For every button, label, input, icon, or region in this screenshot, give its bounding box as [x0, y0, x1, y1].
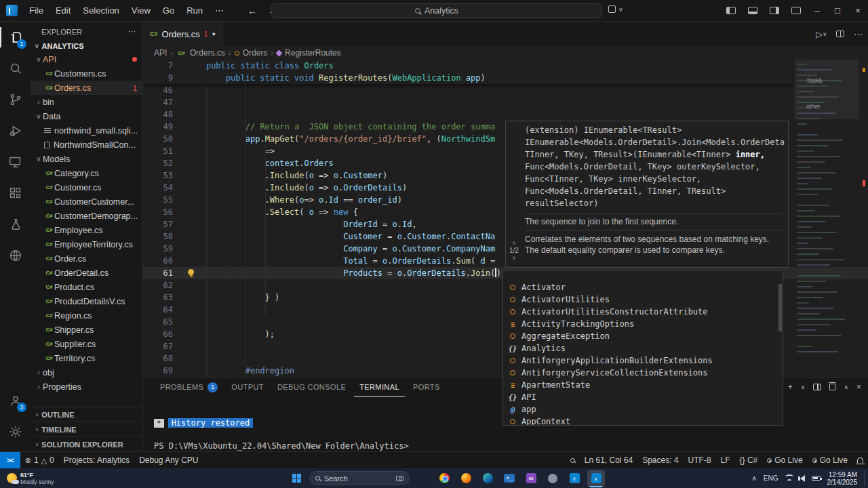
suggest-item-antiforgeryapplicationbuilderextensions[interactable]: AntiforgeryApplicationBuilderExtensions: [503, 354, 783, 367]
activitybar-extensions[interactable]: [0, 178, 31, 209]
taskbar-search[interactable]: Search: [309, 471, 410, 485]
explorer-item-productdetailsvcs[interactable]: C#ProductDetailsV.cs: [31, 294, 142, 308]
activitybar-remote-explorer[interactable]: [0, 146, 31, 178]
suggest-item-analytics[interactable]: {}Analytics: [503, 342, 783, 354]
code-line-7[interactable]: 7 public static class Orders: [143, 60, 793, 72]
explorer-item-properties[interactable]: ›Properties: [31, 380, 142, 394]
command-center-search[interactable]: Analytics: [271, 3, 602, 18]
notifications-bell[interactable]: [852, 452, 868, 468]
workspace-section-header[interactable]: ∨ ANALYTICS: [31, 40, 142, 52]
panel-tab-ports[interactable]: PORTS: [408, 378, 446, 396]
suggest-item-api[interactable]: {}API: [503, 391, 783, 403]
explorer-item-shippercs[interactable]: C#Shipper.cs: [31, 323, 142, 337]
lightbulb-icon[interactable]: [188, 269, 194, 275]
vscode-taskbar-icon[interactable]: [566, 470, 583, 487]
toggle-panel-icon[interactable]: [748, 7, 757, 14]
wifi-icon[interactable]: [785, 474, 793, 482]
explorer-item-employeecs[interactable]: C#Employee.cs: [31, 223, 142, 237]
battery-icon[interactable]: [812, 476, 821, 481]
toggle-primary-sidebar-icon[interactable]: [726, 7, 736, 14]
explorer-item-models[interactable]: ∨Models: [31, 152, 142, 166]
explorer-more-actions-icon[interactable]: ⋯: [128, 27, 136, 36]
split-editor-icon[interactable]: [836, 30, 844, 37]
panel-tab-terminal[interactable]: TERMINAL: [354, 378, 405, 396]
menu-selection[interactable]: Selection: [77, 3, 125, 18]
new-terminal-icon[interactable]: +: [788, 382, 793, 392]
minimap[interactable]: Task5other: [794, 60, 859, 377]
file-explorer-taskbar-icon[interactable]: [414, 470, 431, 487]
split-terminal-icon[interactable]: [813, 384, 821, 390]
customize-layout-icon[interactable]: [791, 7, 801, 14]
language-indicator[interactable]: ENG: [764, 474, 778, 482]
visual-studio-taskbar-icon[interactable]: [522, 470, 540, 487]
code-line-9[interactable]: 9 public static void RegisterRoutes(WebA…: [143, 72, 793, 84]
chrome-taskbar-icon[interactable]: [435, 470, 453, 487]
editor-more-actions-icon[interactable]: ⋯: [854, 29, 863, 39]
activitybar-run-debug[interactable]: [0, 115, 31, 146]
profile-switcher[interactable]: ∨: [608, 5, 623, 13]
code-line-48[interactable]: 48: [143, 108, 868, 121]
activitybar-source-control[interactable]: [0, 84, 31, 115]
breadcrumb-item[interactable]: RegisterRoutes: [285, 48, 341, 58]
explorer-item-api[interactable]: ∨API: [31, 52, 142, 66]
modified-dot-icon[interactable]: ●: [212, 30, 215, 37]
show-desktop-button[interactable]: [864, 471, 866, 486]
explorer-item-categorycs[interactable]: C#Category.cs: [31, 166, 142, 180]
explorer-item-ordercs[interactable]: C#Order.cs: [31, 251, 142, 266]
explorer-item-data[interactable]: ∨Data: [31, 109, 142, 123]
breadcrumb-item[interactable]: API: [154, 48, 167, 58]
panel-tab-output[interactable]: OUTPUT: [226, 378, 269, 396]
app-generic-taskbar-icon[interactable]: [544, 470, 561, 487]
menu-file[interactable]: File: [23, 3, 50, 18]
suggest-item-appcontext[interactable]: AppContext: [503, 415, 783, 426]
go-live-button-2[interactable]: Go Live: [808, 452, 852, 468]
window-close-button[interactable]: ×: [848, 0, 868, 21]
explorer-item-customercustomer[interactable]: C#CustomerCustomer...: [31, 195, 142, 209]
go-live-button[interactable]: Go Live: [762, 452, 807, 468]
cursor-position-status[interactable]: Ln 61, Col 64: [580, 452, 637, 468]
menu-edit[interactable]: Edit: [50, 3, 77, 18]
clock[interactable]: 12:59 AM 2/14/2025: [827, 471, 858, 486]
language-mode-status[interactable]: {} C#: [735, 452, 763, 468]
explorer-item-orderdetailcs[interactable]: C#OrderDetail.cs: [31, 266, 142, 280]
suggest-item-activitytrackingoptions[interactable]: ≡ActivityTrackingOptions: [503, 318, 783, 330]
explorer-item-suppliercs[interactable]: C#Supplier.cs: [31, 337, 142, 351]
hidden-icons-chevron[interactable]: ∧: [752, 474, 757, 482]
hint-next-icon[interactable]: ∨: [512, 254, 516, 262]
weather-widget[interactable]: 61°F Mostly sunny: [0, 468, 61, 488]
section-solution-explorer[interactable]: ›SOLUTION EXPLORER: [31, 436, 142, 451]
section-timeline[interactable]: ›TIMELINE: [31, 422, 142, 436]
explorer-item-territorycs[interactable]: C#Territory.cs: [31, 351, 142, 365]
remote-indicator[interactable]: ><: [0, 452, 20, 468]
terminal-dropdown-icon[interactable]: ∨: [801, 384, 806, 390]
activitybar-search[interactable]: [0, 53, 31, 84]
breadcrumb-item[interactable]: Orders: [243, 48, 268, 58]
explorer-item-customerdemograp[interactable]: C#CustomerDemograp...: [31, 209, 142, 223]
explorer-item-northwindsmallcon[interactable]: NorthwindSmallCon...: [31, 138, 142, 152]
menu-[interactable]: ⋯: [209, 3, 230, 18]
code-line-46[interactable]: 46: [143, 84, 868, 96]
encoding-status[interactable]: UTF-8: [684, 452, 716, 468]
menu-view[interactable]: View: [125, 3, 157, 18]
volume-icon[interactable]: [800, 475, 805, 482]
zoom-icon[interactable]: [566, 452, 580, 468]
explorer-item-productcs[interactable]: C#Product.cs: [31, 280, 142, 294]
suggest-item-activatorutilities[interactable]: ActivatorUtilities: [503, 293, 783, 306]
explorer-item-employeeterritorycs[interactable]: C#EmployeeTerritory.cs: [31, 237, 142, 251]
activitybar-testing[interactable]: [0, 209, 31, 240]
run-code-button[interactable]: ▷∨: [816, 29, 827, 39]
indentation-status[interactable]: Spaces: 4: [637, 452, 683, 468]
suggest-scrollbar[interactable]: [778, 284, 782, 331]
explorer-item-obj[interactable]: ›obj: [31, 365, 142, 380]
suggest-item-aggregateexception[interactable]: AggregateException: [503, 330, 783, 342]
suggest-item-apartmentstate[interactable]: ≡ApartmentState: [503, 379, 783, 391]
vscode-taskbar-icon[interactable]: [587, 470, 605, 487]
maximize-panel-icon[interactable]: ∧: [844, 384, 848, 390]
kill-terminal-icon[interactable]: [829, 384, 835, 390]
problems-status[interactable]: ⊗ 1 △ 0: [20, 452, 59, 468]
section-outline[interactable]: ›OUTLINE: [31, 407, 142, 422]
eol-status[interactable]: LF: [716, 452, 735, 468]
toggle-secondary-sidebar-icon[interactable]: [770, 7, 779, 14]
menu-go[interactable]: Go: [157, 3, 180, 18]
window-maximize-button[interactable]: □: [827, 0, 848, 21]
